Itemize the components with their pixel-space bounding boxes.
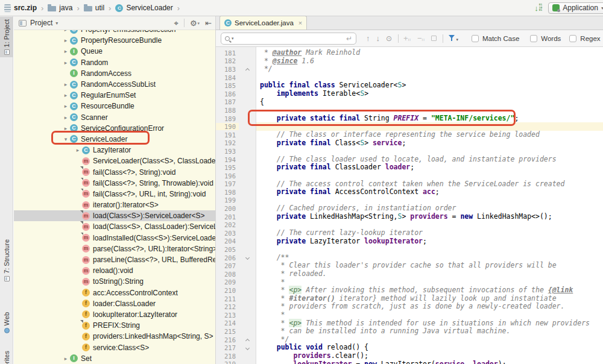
project-dropdown-icon[interactable]: ▾ [55, 20, 58, 26]
tree-item[interactable]: mtoString():String [14, 276, 215, 287]
tree-item[interactable]: ▸CRandomAccessSubList [14, 79, 215, 90]
tree-item[interactable]: mload(Class<S>):ServiceLoader<S> [14, 210, 215, 221]
code-line[interactable]: providers.clear(); [256, 352, 603, 360]
expand-arrow-icon[interactable]: ▸ [62, 37, 69, 43]
line-number[interactable]: 204 [216, 237, 239, 245]
run-config-selector[interactable]: Application ▾ [548, 2, 603, 14]
line-number[interactable]: 192 [216, 139, 239, 146]
tree-item[interactable]: ▸CPropertyResourceBundle [14, 35, 215, 46]
line-number[interactable]: 199 [216, 196, 239, 204]
line-number[interactable]: 213 [216, 312, 239, 319]
expand-arrow-icon[interactable]: ▸ [62, 92, 69, 98]
code-line[interactable]: private final Class<S> service; [256, 139, 603, 148]
tree-item[interactable]: ▸CResourceBundle [14, 101, 215, 111]
line-number[interactable]: 182 [216, 57, 239, 64]
tree-item[interactable]: fservice:Class<S> [14, 342, 215, 353]
tree-item[interactable]: mfail(Class<?>, URL, int, String):void [14, 189, 215, 199]
line-number[interactable]: 194 [216, 156, 239, 163]
line-number[interactable]: 195 [216, 164, 239, 171]
tree-item[interactable]: facc:AccessControlContext [14, 287, 215, 298]
stripe-web-button[interactable]: Web [0, 310, 13, 336]
code-line[interactable]: * @since 1.6 [256, 57, 603, 66]
code-line[interactable]: // The class or interface representing t… [256, 131, 603, 139]
line-number[interactable]: 184 [216, 74, 239, 81]
line-number[interactable]: 188 [216, 107, 239, 114]
tree-item[interactable]: mfail(Class<?>, String):void [14, 166, 215, 177]
filter-icon[interactable]: ▾ [448, 34, 456, 42]
code-line[interactable]: { [256, 98, 603, 107]
fold-icon[interactable] [239, 337, 256, 342]
expand-arrow-icon[interactable]: ▸ [62, 60, 69, 66]
tree-item[interactable]: flookupIterator:LazyIterator [14, 309, 215, 320]
vcs-update-icon[interactable]: ↓011001 [534, 4, 542, 13]
fold-icon[interactable] [239, 256, 256, 259]
line-number[interactable]: 190 [216, 123, 239, 130]
tab-close-icon[interactable]: × [298, 19, 302, 27]
line-number[interactable]: 193 [216, 148, 239, 155]
line-number[interactable]: 185 [216, 82, 239, 89]
code-line[interactable]: // The current lazy-lookup iterator [256, 229, 603, 237]
line-number[interactable]: 200 [216, 205, 239, 212]
tree-item[interactable]: ▸CServiceConfigurationError [14, 123, 215, 134]
line-number[interactable]: 205 [216, 246, 239, 253]
breadcrumb-item[interactable]: src.zip [4, 4, 37, 12]
tree-item[interactable]: IRandomAccess [14, 68, 215, 79]
code-editor[interactable]: 181 * @author Mark Reinhold182 * @since … [215, 47, 603, 364]
remove-occurrence-icon[interactable]: −II [417, 34, 425, 42]
expand-arrow-icon[interactable]: ▸ [62, 81, 69, 87]
line-number[interactable]: 183 [216, 66, 239, 73]
code-line[interactable]: private final ClassLoader loader; [256, 163, 603, 172]
tree-item[interactable]: ▸CScanner [14, 112, 215, 123]
prev-occurrence-icon[interactable]: ↑ [366, 34, 370, 42]
code-line[interactable]: implements Iterable<S> [256, 90, 603, 98]
add-occurrence-icon[interactable]: +II [403, 34, 411, 42]
code-line[interactable] [256, 196, 603, 205]
code-line[interactable]: * #iterator() iterator} method will lazi… [256, 295, 603, 303]
tree-item[interactable]: mreload():void [14, 265, 215, 276]
code-line[interactable]: * @author Mark Reinhold [256, 49, 603, 57]
code-line[interactable]: * <p> This method is intended for use in… [256, 319, 603, 328]
editor-tab[interactable]: C ServiceLoader.java × [219, 16, 307, 30]
code-line[interactable] [256, 122, 603, 131]
tree-item[interactable]: ▸CRandom [14, 57, 215, 68]
line-number[interactable]: 216 [216, 336, 239, 344]
line-number[interactable]: 201 [216, 213, 239, 221]
line-number[interactable]: 219 [216, 360, 239, 364]
code-line[interactable]: // The class loader used to locate, load… [256, 155, 603, 164]
code-line[interactable]: * [256, 311, 603, 319]
code-line[interactable]: * can be installed into a running Java v… [256, 327, 603, 336]
line-number[interactable]: 211 [216, 295, 239, 303]
match-case-checkbox[interactable] [472, 35, 479, 42]
code-line[interactable] [256, 172, 603, 180]
tree-item[interactable]: miterator():Iterator<S> [14, 199, 215, 210]
line-number[interactable]: 208 [216, 271, 239, 278]
breadcrumb-item[interactable]: util [84, 4, 104, 12]
code-line[interactable] [256, 106, 603, 115]
tree-item[interactable]: mServiceLoader(Class<S>, ClassLoader) [14, 155, 215, 166]
line-number[interactable]: 189 [216, 115, 239, 122]
line-number[interactable]: 181 [216, 49, 239, 57]
expand-arrow-icon[interactable]: ▸ [62, 30, 69, 33]
code-line[interactable]: // Cached providers, in instantiation or… [256, 204, 603, 213]
fold-icon[interactable] [239, 67, 256, 72]
code-line[interactable]: private static final String PREFIX = "ME… [256, 115, 603, 123]
expand-arrow-icon[interactable]: ▸ [74, 147, 81, 153]
line-number[interactable]: 198 [216, 189, 239, 196]
code-line[interactable]: // The access control context taken when… [256, 180, 603, 189]
line-number[interactable]: 218 [216, 353, 239, 360]
expand-arrow-icon[interactable]: ▾ [62, 136, 69, 142]
code-line[interactable]: * <p> After invoking this method, subseq… [256, 286, 603, 295]
code-line[interactable] [256, 221, 603, 229]
line-number[interactable]: 197 [216, 180, 239, 187]
line-number[interactable]: 196 [216, 172, 239, 180]
code-line[interactable]: private LazyIterator lookupIterator; [256, 237, 603, 246]
code-line[interactable]: public final class ServiceLoader<S> [256, 81, 603, 90]
find-all-icon[interactable]: ⊙ [386, 35, 392, 42]
tree-item[interactable]: ▸ISet [14, 353, 215, 364]
expand-arrow-icon[interactable]: ▸ [62, 115, 69, 121]
tree-item[interactable]: ▸CLazyIterator [14, 145, 215, 155]
line-number[interactable]: 191 [216, 131, 239, 139]
tree-item[interactable]: ▾CServiceLoader [14, 134, 215, 145]
code-line[interactable] [256, 147, 603, 155]
hide-panel-icon[interactable]: ⇤ [205, 19, 212, 27]
